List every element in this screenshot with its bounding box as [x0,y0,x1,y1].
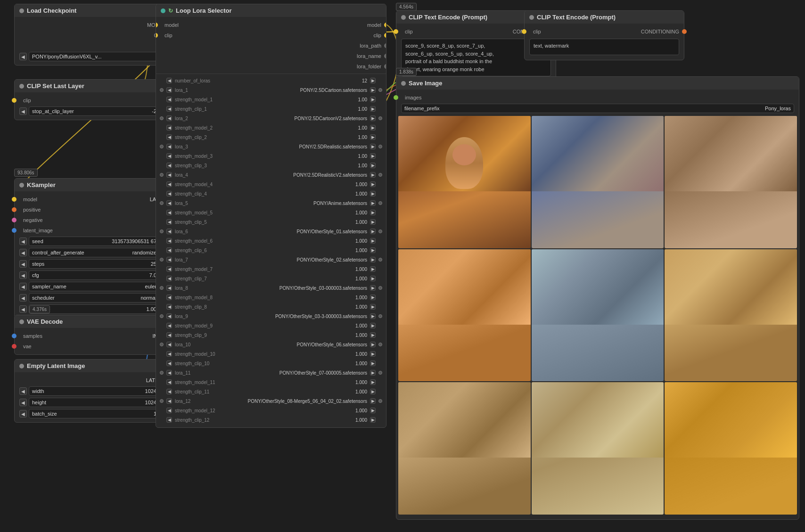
lora-right-arrow-28[interactable]: ▶ [370,342,376,347]
lora-left-arrow-12[interactable]: ◀ [166,191,172,196]
sampler-input[interactable]: sampler_name euler [29,282,160,291]
ll-lora-folder-out[interactable] [384,64,386,69]
lora-left-arrow-15[interactable]: ◀ [166,219,172,225]
lora-left-arrow-26[interactable]: ◀ [166,323,172,328]
lora-left-arrow-33[interactable]: ◀ [166,389,172,394]
lora-right-arrow-33[interactable]: ▶ [370,389,376,394]
lora-left-arrow-11[interactable]: ◀ [166,181,172,187]
width-prev-btn[interactable]: ◀ [19,387,27,395]
negative-prompt-text[interactable]: text, watermark [529,39,679,55]
lora-right-arrow-30[interactable]: ▶ [370,360,376,366]
sampler-prev-btn[interactable]: ◀ [19,283,27,290]
lora-right-arrow-35[interactable]: ▶ [370,408,376,413]
lora-left-arrow-24[interactable]: ◀ [166,304,172,310]
height-prev-btn[interactable]: ◀ [19,399,27,406]
lora-left-arrow-10[interactable]: ◀ [166,172,172,178]
lora-left-arrow-2[interactable]: ◀ [166,97,172,102]
lora-left-arrow-32[interactable]: ◀ [166,379,172,385]
lora-right-arrow-12[interactable]: ▶ [370,191,376,196]
lora-left-arrow-13[interactable]: ◀ [166,200,172,206]
lora-right-arrow-24[interactable]: ▶ [370,304,376,310]
lora-right-arrow-17[interactable]: ▶ [370,238,376,244]
lora-right-arrow-25[interactable]: ▶ [370,313,376,319]
lora-right-arrow-26[interactable]: ▶ [370,323,376,328]
lora-left-arrow-17[interactable]: ◀ [166,238,172,244]
lora-right-arrow-19[interactable]: ▶ [370,257,376,262]
lora-left-arrow-5[interactable]: ◀ [166,125,172,131]
steps-input[interactable]: steps 25 [29,259,160,269]
ll-clip-out[interactable] [384,33,386,38]
k-positive-in-port[interactable] [12,207,16,212]
denoise-prev-btn[interactable]: ◀ [19,305,27,313]
lora-left-arrow-3[interactable]: ◀ [166,106,172,112]
lora-right-arrow-21[interactable]: ▶ [370,276,376,281]
control-input[interactable]: control_after_generate randomize [29,248,160,257]
lora-right-arrow-9[interactable]: ▶ [370,163,376,168]
lora-left-arrow-9[interactable]: ◀ [166,163,172,168]
lora-right-arrow-2[interactable]: ▶ [370,97,376,102]
lora-left-arrow-18[interactable]: ◀ [166,247,172,253]
lora-left-arrow-31[interactable]: ◀ [166,370,172,376]
lora-left-arrow-20[interactable]: ◀ [166,266,172,272]
scheduler-input[interactable]: scheduler normal [29,293,160,303]
lora-right-arrow-0[interactable]: ▶ [370,78,376,83]
ll-lora-name-out[interactable] [384,54,386,58]
lora-left-arrow-0[interactable]: ◀ [166,78,172,83]
clip-in-port[interactable] [12,98,16,103]
lora-right-arrow-20[interactable]: ▶ [370,266,376,272]
lora-left-arrow-29[interactable]: ◀ [166,351,172,357]
lora-left-arrow-27[interactable]: ◀ [166,332,172,338]
ll-lora-path-out[interactable] [384,43,386,48]
lora-left-arrow-7[interactable]: ◀ [166,144,172,149]
lora-left-arrow-35[interactable]: ◀ [166,408,172,413]
lora-right-arrow-8[interactable]: ▶ [370,153,376,159]
width-input[interactable]: width 1024 [29,386,160,396]
batch-input[interactable]: batch_size 1 [29,409,160,418]
height-input[interactable]: height 1024 [29,398,160,407]
k-latent-in-port[interactable] [12,228,16,233]
lora-right-arrow-4[interactable]: ▶ [370,115,376,121]
seed-prev-btn[interactable]: ◀ [19,237,27,245]
lora-left-arrow-6[interactable]: ◀ [166,134,172,140]
lora-right-arrow-23[interactable]: ▶ [370,295,376,300]
lora-right-arrow-18[interactable]: ▶ [370,247,376,253]
vae-in-port[interactable] [12,344,16,349]
lora-left-arrow-8[interactable]: ◀ [166,153,172,159]
layer-prev-btn[interactable]: ◀ [19,107,27,115]
lora-right-arrow-22[interactable]: ▶ [370,285,376,291]
k-negative-in-port[interactable] [12,218,16,222]
lora-right-arrow-13[interactable]: ▶ [370,200,376,206]
conditioning-neg-out-port[interactable] [682,29,687,34]
lora-right-arrow-36[interactable]: ▶ [370,417,376,423]
lora-left-arrow-23[interactable]: ◀ [166,295,172,300]
lora-right-arrow-14[interactable]: ▶ [370,210,376,215]
ll-clip-in[interactable] [156,33,158,38]
lora-right-arrow-7[interactable]: ▶ [370,144,376,149]
stop-layer-input[interactable]: stop_at_clip_layer -2 [29,106,160,116]
lora-right-arrow-1[interactable]: ▶ [370,87,376,93]
lora-left-arrow-21[interactable]: ◀ [166,276,172,281]
ll-model-in[interactable] [156,23,158,27]
batch-prev-btn[interactable]: ◀ [19,410,27,417]
lora-left-arrow-30[interactable]: ◀ [166,360,172,366]
control-prev-btn[interactable]: ◀ [19,249,27,256]
lora-right-arrow-27[interactable]: ▶ [370,332,376,338]
lora-right-arrow-10[interactable]: ▶ [370,172,376,178]
lora-right-arrow-11[interactable]: ▶ [370,181,376,187]
images-in-port[interactable] [394,95,398,100]
clip-neg-in-port[interactable] [522,29,526,34]
ll-model-out[interactable] [384,23,386,27]
lora-left-arrow-1[interactable]: ◀ [166,87,172,93]
lora-right-arrow-5[interactable]: ▶ [370,125,376,131]
seed-input[interactable]: seed 3135733906531 67 [29,237,160,246]
lora-left-arrow-4[interactable]: ◀ [166,115,172,121]
lora-left-arrow-22[interactable]: ◀ [166,285,172,291]
lora-left-arrow-25[interactable]: ◀ [166,313,172,319]
lora-right-arrow-16[interactable]: ▶ [370,229,376,234]
k-model-in-port[interactable] [12,197,16,202]
lora-right-arrow-3[interactable]: ▶ [370,106,376,112]
lora-right-arrow-32[interactable]: ▶ [370,379,376,385]
lora-left-arrow-16[interactable]: ◀ [166,229,172,234]
cfg-prev-btn[interactable]: ◀ [19,271,27,279]
lora-right-arrow-31[interactable]: ▶ [370,370,376,376]
